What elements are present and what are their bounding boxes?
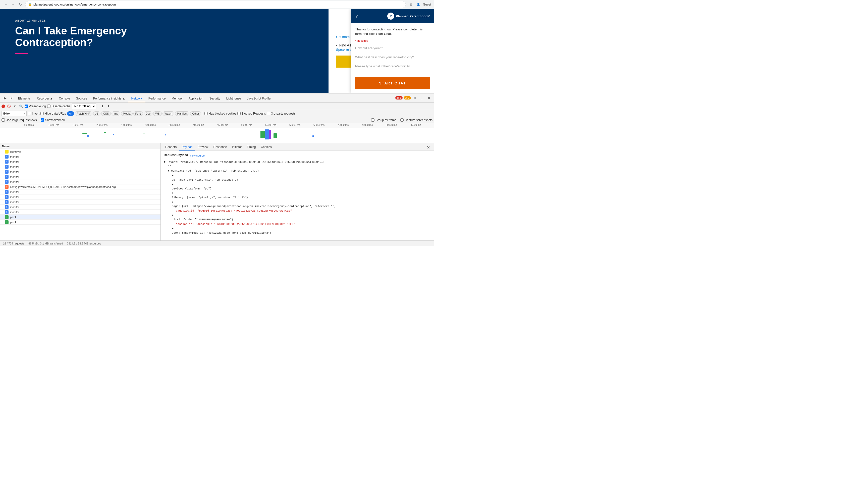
show-overview-checkbox[interactable] [41, 118, 44, 121]
filter-chip[interactable]: Doc [144, 111, 153, 116]
invert-checkbox[interactable] [27, 112, 31, 115]
devtools-tab[interactable]: Security [206, 95, 223, 102]
close-devtools-button[interactable]: ✕ [426, 95, 432, 101]
address-bar[interactable]: 🔒 plannedparenthood.org/online-tools/eme… [25, 1, 406, 8]
back-button[interactable]: ← [3, 1, 9, 7]
file-item[interactable]: Xmonitor [0, 159, 160, 164]
filter-chip[interactable]: Manifest [175, 111, 190, 116]
devtools-tab[interactable]: Recorder ▲ [34, 95, 56, 102]
group-frame-label[interactable]: Group by frame [371, 118, 396, 122]
detail-tab[interactable]: Cookies [258, 144, 274, 151]
filter-bar: ✕ Invert Hide data URLs AllFetch/XHRJSCS… [0, 110, 434, 117]
devtools-tab[interactable]: Application [185, 95, 206, 102]
preserve-log-label[interactable]: Preserve log [25, 104, 46, 108]
detail-tab[interactable]: Payload [179, 144, 195, 151]
blocked-req-checkbox[interactable] [237, 112, 241, 115]
disable-cache-label[interactable]: Disable cache [47, 104, 70, 108]
devtools-tab[interactable]: Sources [73, 95, 90, 102]
invert-label[interactable]: Invert [27, 112, 39, 115]
file-item[interactable]: Xmonitor [0, 154, 160, 159]
file-item[interactable]: Xmonitor [0, 174, 160, 179]
detail-tab[interactable]: Timing [244, 144, 258, 151]
timeline-marker [87, 128, 87, 143]
third-party-label[interactable]: 3rd-party requests [267, 112, 296, 115]
file-item[interactable]: Xmonitor [0, 200, 160, 205]
settings-button[interactable]: ⚙ [412, 95, 418, 101]
devtools-tab[interactable]: Memory [169, 95, 185, 102]
file-item[interactable]: Xmonitor [0, 194, 160, 200]
inspect-element-button[interactable]: ▶ [2, 95, 8, 101]
capture-ss-label[interactable]: Capture screenshots [400, 118, 433, 122]
race-field[interactable] [355, 54, 430, 60]
filter-chip[interactable]: CSS [101, 111, 111, 116]
hide-data-urls-checkbox[interactable] [40, 112, 44, 115]
blocked-req-label[interactable]: Blocked Requests [237, 112, 266, 115]
detail-tab[interactable]: Initiator [229, 144, 244, 151]
file-item[interactable]: Ipixel [0, 214, 160, 220]
import-button[interactable]: ⬆ [100, 104, 105, 109]
search-network-button[interactable]: 🔍 [19, 104, 23, 109]
devtools-tab[interactable]: Performance [145, 95, 169, 102]
filter-input[interactable] [3, 112, 23, 115]
filter-chip[interactable]: WS [153, 111, 162, 116]
more-options-button[interactable]: ⋮ [419, 95, 425, 101]
preserve-log-checkbox[interactable] [25, 104, 28, 108]
filter-chip[interactable]: Fetch/XHR [75, 111, 93, 116]
filter-chip[interactable]: Media [121, 111, 133, 116]
export-button[interactable]: ⬇ [106, 104, 111, 109]
filter-chip[interactable]: Other [190, 111, 201, 116]
filter-chip[interactable]: JS [93, 111, 100, 116]
forward-button[interactable]: → [10, 1, 16, 7]
payload-line: ▶ [164, 226, 431, 231]
file-item[interactable]: Jidentify.js [0, 149, 160, 154]
close-detail-button[interactable]: ✕ [425, 145, 432, 151]
hide-data-urls-label[interactable]: Hide data URLs [40, 112, 66, 115]
filter-chip[interactable]: Wasm [162, 111, 174, 116]
payload-line: ▼ context: {ad: {sdk_env: "external", js… [164, 169, 431, 173]
file-item[interactable]: Xmonitor [0, 169, 160, 174]
file-item[interactable]: Xmonitor [0, 164, 160, 169]
detail-tab[interactable]: Response [211, 144, 229, 151]
third-party-checkbox[interactable] [267, 112, 270, 115]
record-button[interactable] [1, 104, 5, 108]
view-source-link[interactable]: view source [190, 154, 205, 158]
device-toolbar-button[interactable]: ☍ [8, 95, 15, 101]
file-item[interactable]: Cconfig.js?sdkid=C25EUNFMU8Q03RAI4CE0&ho… [0, 185, 160, 189]
start-chat-button[interactable]: START CHAT [355, 77, 430, 89]
guest-button[interactable]: 👤 [415, 1, 421, 7]
throttle-select[interactable]: No throttling [72, 103, 96, 109]
large-rows-label[interactable]: Use large request rows [1, 118, 37, 122]
devtools-tab[interactable]: Performance insights ▲ [90, 95, 129, 102]
refresh-button[interactable]: ↻ [17, 1, 23, 7]
file-item[interactable]: Xmonitor [0, 189, 160, 194]
devtools-tab[interactable]: JavaScript Profiler [244, 95, 274, 102]
detail-tab[interactable]: Headers [163, 144, 179, 151]
filter-chip[interactable]: Font [133, 111, 143, 116]
capture-ss-checkbox[interactable] [400, 118, 403, 121]
chat-minimize-icon[interactable]: ↙ [355, 13, 359, 19]
group-frame-checkbox[interactable] [371, 118, 374, 121]
devtools-tab[interactable]: Console [56, 95, 73, 102]
extensions-button[interactable]: ⊞ [408, 1, 414, 7]
disable-cache-checkbox[interactable] [47, 104, 51, 108]
large-rows-checkbox[interactable] [1, 118, 5, 121]
file-item[interactable]: Ipixel [0, 220, 160, 225]
detail-tab[interactable]: Preview [195, 144, 211, 151]
devtools-tab[interactable]: Elements [15, 95, 34, 102]
devtools-tab[interactable]: Network [129, 95, 145, 102]
has-blocked-label[interactable]: Has blocked cookies [204, 112, 236, 115]
clear-filter-icon[interactable]: ✕ [23, 112, 25, 115]
has-blocked-checkbox[interactable] [204, 112, 208, 115]
age-field[interactable] [355, 45, 430, 51]
file-item[interactable]: Xmonitor [0, 179, 160, 185]
file-item[interactable]: Xmonitor [0, 210, 160, 214]
devtools-tab[interactable]: Lighthouse [223, 95, 244, 102]
filter-button[interactable]: ▼ [13, 104, 17, 109]
other-race-field[interactable] [355, 63, 430, 69]
show-overview-label[interactable]: Show overview [41, 118, 65, 122]
filter-chip[interactable]: All [67, 111, 74, 116]
filter-chip[interactable]: Img [112, 111, 120, 116]
file-item[interactable]: Xmonitor [0, 205, 160, 210]
clear-button[interactable]: 🚫 [6, 104, 11, 109]
nav-buttons: ← → ↻ [3, 1, 23, 7]
